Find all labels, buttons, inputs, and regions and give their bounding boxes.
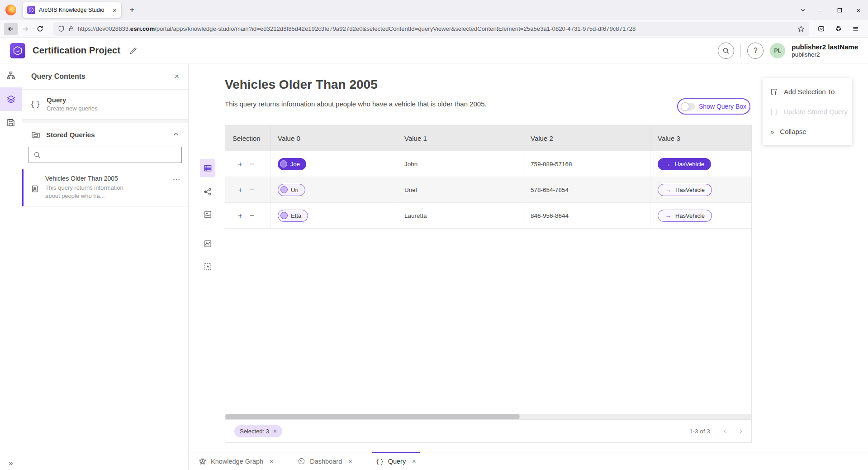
tab-title: ArcGIS Knowledge Studio <box>39 7 109 13</box>
more-options-icon[interactable]: … <box>172 173 181 182</box>
new-map-view-button[interactable] <box>200 235 215 252</box>
rail-saved-button[interactable] <box>0 111 22 134</box>
entity-pill[interactable]: Etta <box>278 210 308 222</box>
arrow-right-icon: → <box>664 160 671 168</box>
map-layers-icon <box>204 240 212 248</box>
stored-queries-header[interactable]: Stored Queries <box>22 123 188 146</box>
previous-page-icon[interactable]: ‹ <box>724 427 726 436</box>
help-button[interactable]: ? <box>747 43 764 59</box>
tab-close-icon[interactable]: × <box>412 458 416 465</box>
toggle-switch[interactable] <box>681 103 695 110</box>
rail-contents-button[interactable] <box>0 87 22 111</box>
table-empty-area <box>225 229 751 414</box>
section-divider <box>22 120 188 123</box>
pocket-icon[interactable] <box>814 23 828 35</box>
remove-from-selection-button[interactable]: − <box>250 160 254 168</box>
add-to-selection-button[interactable]: + <box>238 160 242 168</box>
search-icon <box>33 151 41 158</box>
bookmark-star-icon[interactable] <box>797 25 805 33</box>
avatar[interactable]: PL <box>770 43 785 58</box>
user-info: publisher2 lastName publisher2 <box>792 43 858 58</box>
clear-selection-icon[interactable]: × <box>273 428 277 435</box>
value1-cell: Uriel <box>397 177 523 202</box>
relationship-pill[interactable]: →HasVehicle <box>658 184 712 196</box>
selection-box-icon <box>204 262 212 271</box>
new-query-item[interactable]: { } Query Create new queries <box>22 90 188 120</box>
workspace: » Query Contents × { } Query Create new … <box>0 64 868 470</box>
header-divider <box>740 44 741 58</box>
query-description: This query returns information about peo… <box>225 100 487 108</box>
menu-icon[interactable] <box>849 23 862 35</box>
update-stored-query-item[interactable]: { } Update Stored Query <box>763 101 852 121</box>
window-close-button[interactable]: × <box>849 0 868 20</box>
relationship-pill[interactable]: →HasVehicle <box>658 158 711 170</box>
next-page-icon[interactable]: › <box>740 427 742 436</box>
map-icon <box>204 210 212 219</box>
save-icon <box>6 118 15 127</box>
remove-from-selection-button[interactable]: − <box>250 186 254 194</box>
add-to-selection-button[interactable]: + <box>238 186 242 194</box>
tab-label: Knowledge Graph <box>211 458 263 465</box>
value1-cell: John <box>397 151 523 177</box>
column-header-value1[interactable]: Value 1 <box>397 125 523 151</box>
scrollbar-thumb[interactable] <box>225 414 520 419</box>
tab-dashboard[interactable]: Dashboard × <box>290 452 359 470</box>
value2-cell: 759-889-57168 <box>523 151 650 177</box>
stored-queries-search-input[interactable] <box>28 147 182 163</box>
new-tab-button[interactable]: + <box>129 5 135 15</box>
knowledge-studio-favicon-icon <box>27 6 35 14</box>
rail-data-model-button[interactable] <box>0 64 22 87</box>
browser-tab[interactable]: ArcGIS Knowledge Studio × <box>23 2 121 18</box>
window-maximize-button[interactable] <box>830 0 849 20</box>
selected-count-chip[interactable]: Selected: 3 × <box>234 425 282 437</box>
stored-queries-title: Stored Queries <box>46 131 167 139</box>
map-view-button[interactable] <box>200 206 215 222</box>
stored-query-item[interactable]: Vehicles Older Than 2005 This query retu… <box>22 169 188 206</box>
column-header-value2[interactable]: Value 2 <box>523 125 650 151</box>
add-selection-to-item[interactable]: Add Selection To <box>763 82 852 101</box>
forward-button[interactable] <box>19 23 32 35</box>
reload-button[interactable] <box>33 23 47 35</box>
table-footer: Selected: 3 × 1-3 of 3 ‹ › <box>225 419 751 442</box>
window-minimize-button[interactable]: – <box>811 0 830 20</box>
expand-panel-icon[interactable]: » <box>0 459 22 467</box>
url-bar[interactable]: https://dev0028833.esri.com/portal/apps/… <box>53 22 809 36</box>
user-role: publisher2 <box>792 51 858 58</box>
search-button[interactable] <box>718 43 734 59</box>
collapse-item[interactable]: » Collapse <box>763 121 852 141</box>
selection-tools-button[interactable] <box>200 258 215 274</box>
horizontal-scrollbar[interactable] <box>225 414 751 419</box>
arrow-right-icon: → <box>665 186 671 193</box>
column-header-value3[interactable]: Value 3 <box>650 125 751 151</box>
entity-pill[interactable]: Uri <box>278 184 305 196</box>
user-name: publisher2 lastName <box>792 43 858 51</box>
pagination: 1-3 of 3 ‹ › <box>689 427 742 436</box>
search-icon <box>722 47 730 54</box>
firefox-logo-icon[interactable] <box>5 5 16 15</box>
chevron-up-icon[interactable] <box>173 131 179 138</box>
entity-pill[interactable]: Joe <box>278 158 306 170</box>
browser-navbar: https://dev0028833.esri.com/portal/apps/… <box>0 20 868 38</box>
panel-close-icon[interactable]: × <box>175 72 179 81</box>
column-header-selection[interactable]: Selection <box>225 125 270 151</box>
add-to-selection-button[interactable]: + <box>238 212 242 220</box>
braces-icon: { } <box>376 458 383 465</box>
app-logo <box>10 43 25 58</box>
tab-knowledge-graph[interactable]: Knowledge Graph × <box>191 452 280 470</box>
tab-close-icon[interactable]: × <box>113 6 117 14</box>
table-view-button[interactable] <box>200 159 215 177</box>
extensions-icon[interactable] <box>831 23 845 35</box>
list-tabs-chevron-icon[interactable] <box>795 0 811 20</box>
tab-close-icon[interactable]: × <box>348 458 352 465</box>
selected-count-label: Selected: 3 <box>240 428 269 435</box>
show-query-box-toggle[interactable]: Show Query Box <box>677 98 750 115</box>
remove-from-selection-button[interactable]: − <box>250 212 254 220</box>
column-header-value0[interactable]: Value 0 <box>270 125 397 151</box>
edit-title-icon[interactable] <box>129 47 138 55</box>
relationship-pill[interactable]: →HasVehicle <box>658 210 712 222</box>
tab-query[interactable]: { } Query × <box>369 452 423 470</box>
link-chart-view-button[interactable] <box>200 183 215 200</box>
back-button[interactable] <box>4 23 18 35</box>
selection-cell: + − <box>225 151 270 177</box>
tab-close-icon[interactable]: × <box>270 458 273 465</box>
